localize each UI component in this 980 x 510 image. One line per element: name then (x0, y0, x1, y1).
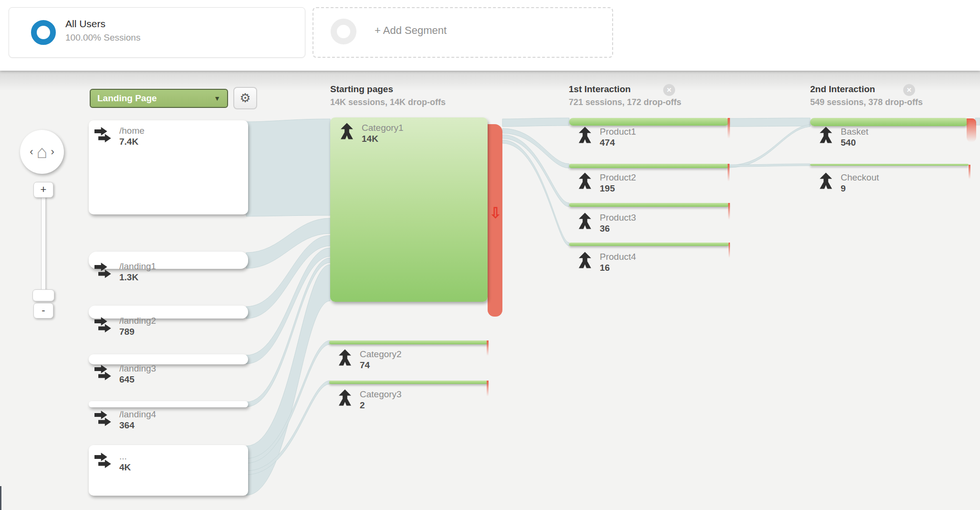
drop-off-sliver (728, 203, 730, 220)
flow-node-landing4[interactable] (89, 401, 248, 407)
flow-link (246, 119, 330, 216)
flow-link (502, 118, 569, 127)
gear-icon: ⚙ (240, 91, 250, 105)
column-subtitle-1st-interaction: 721 sessions, 172 drop-offs (569, 97, 681, 107)
merge-arrow-icon (337, 122, 357, 142)
node-value: 1.3K (119, 272, 156, 283)
segment-subtitle: 100.00% Sessions (65, 32, 140, 43)
flow-node-basket[interactable] (810, 118, 969, 126)
node-value: 474 (600, 137, 636, 149)
node-label-category2: Category274 (335, 349, 402, 371)
dimension-label: Landing Page (97, 93, 157, 103)
node-label-landing4: /landing4364 (94, 409, 156, 431)
merge-arrow-icon (335, 349, 355, 369)
flow-node-product3[interactable] (569, 203, 729, 207)
node-name: Category1 (362, 122, 404, 133)
segment-title: All Users (65, 18, 105, 30)
node-label-rest: ...4K (94, 451, 131, 473)
merge-arrow-icon (575, 126, 595, 146)
node-value: 9 (841, 183, 879, 194)
flow-node-category3[interactable] (329, 381, 488, 384)
node-value: 645 (119, 374, 156, 385)
settings-button[interactable]: ⚙ (233, 87, 257, 109)
flow-link (729, 118, 810, 127)
step-back-icon[interactable]: ‹ (30, 146, 33, 158)
merge-arrow-icon (816, 172, 836, 192)
node-name: /landing3 (119, 363, 156, 374)
column-subtitle-2nd-interaction: 549 sessions, 378 drop-offs (810, 97, 923, 107)
landing-arrows-icon (94, 315, 115, 335)
node-label-home: /home7.4K (94, 125, 145, 148)
node-label-product1: Product1474 (575, 126, 636, 149)
node-value: 195 (600, 183, 636, 194)
node-value: 4K (119, 462, 131, 473)
node-label-category1: Category114K (337, 122, 404, 145)
node-label-checkout: Checkout9 (816, 172, 879, 194)
node-name: /home (119, 125, 145, 136)
column-title-2nd-interaction: 2nd Interaction (810, 84, 875, 95)
step-forward-icon[interactable]: › (51, 146, 54, 158)
close-icon: ✕ (907, 86, 912, 94)
merge-arrow-icon (575, 212, 595, 232)
merge-arrow-icon (575, 251, 595, 271)
node-value: 2 (360, 400, 402, 411)
zoom-slider-handle[interactable] (32, 289, 54, 301)
node-name: Category3 (360, 389, 402, 400)
landing-arrows-icon (94, 409, 115, 429)
node-label-landing1: /landing11.3K (94, 261, 156, 283)
node-value: 7.4K (119, 136, 145, 148)
node-label-landing2: /landing2789 (94, 315, 156, 338)
node-name: Basket (841, 126, 868, 137)
node-value: 36 (600, 223, 636, 234)
landing-arrows-icon (94, 261, 115, 281)
segment-card-all-users[interactable]: All Users 100.00% Sessions (9, 7, 305, 58)
flow-node-category1[interactable] (330, 117, 488, 302)
flow-link (502, 128, 569, 168)
node-name: /landing2 (119, 315, 156, 326)
node-name: ... (119, 451, 131, 462)
node-name: Checkout (841, 172, 879, 183)
node-name: /landing1 (119, 261, 156, 272)
node-label-product2: Product2195 (575, 172, 636, 194)
home-icon[interactable]: ⌂ (37, 145, 48, 159)
add-segment-button[interactable]: + Add Segment (313, 7, 613, 58)
flow-node-checkout[interactable] (810, 164, 969, 166)
node-name: Product4 (600, 251, 636, 262)
node-name: Product2 (600, 172, 636, 183)
flow-link (729, 125, 810, 168)
drop-off-sliver (487, 340, 489, 356)
zoom-in-button[interactable]: + (33, 182, 53, 198)
flow-canvas: ‹ ⌂ › + - Landing Page ▼ ⚙ Starting page… (0, 71, 980, 510)
node-name: Product3 (600, 212, 636, 223)
remove-column-1st-button[interactable]: ✕ (663, 84, 675, 96)
flow-node-product4[interactable] (569, 243, 729, 246)
zoom-slider-track[interactable] (41, 197, 46, 292)
flow-node-product1[interactable] (569, 118, 729, 126)
column-title-1st-interaction: 1st Interaction (569, 84, 631, 95)
segment-ring-icon (31, 20, 56, 45)
flow-navigator[interactable]: ‹ ⌂ › (20, 130, 64, 174)
merge-arrow-icon (575, 172, 595, 192)
node-name: /landing4 (119, 409, 156, 420)
drop-off-sliver (487, 381, 489, 396)
column-subtitle-starting-pages: 14K sessions, 14K drop-offs (330, 97, 446, 107)
left-edge-artifact (0, 486, 1, 510)
segment-bar: All Users 100.00% Sessions + Add Segment (0, 0, 980, 71)
flow-node-product2[interactable] (569, 164, 729, 168)
add-segment-label: + Add Segment (375, 24, 447, 37)
caret-down-icon: ▼ (214, 90, 220, 107)
landing-arrows-icon (94, 451, 115, 471)
close-icon: ✕ (667, 86, 672, 94)
node-label-product4: Product416 (575, 251, 636, 274)
node-value: 16 (600, 262, 636, 274)
node-name: Category2 (360, 349, 402, 360)
landing-arrows-icon (94, 363, 115, 383)
zoom-out-button[interactable]: - (33, 303, 53, 319)
users-flow-report: All Users 100.00% Sessions + Add Segment (0, 0, 980, 510)
remove-column-2nd-button[interactable]: ✕ (903, 84, 915, 96)
drop-off-arrow-icon: ⇩ (488, 204, 503, 221)
drop-off-sliver (969, 165, 970, 179)
dimension-dropdown[interactable]: Landing Page ▼ (90, 89, 228, 108)
flow-node-category2[interactable] (329, 340, 488, 344)
landing-arrows-icon (94, 125, 115, 145)
